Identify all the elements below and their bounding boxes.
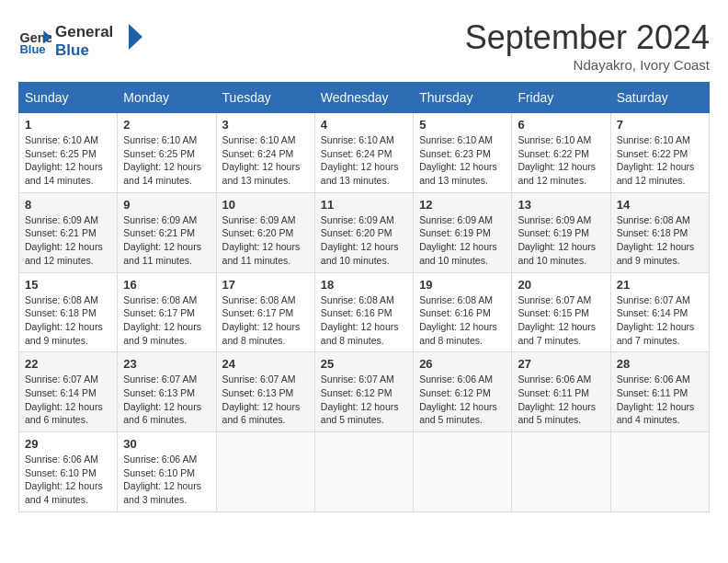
header-monday: Monday: [118, 83, 216, 113]
calendar-table: Sunday Monday Tuesday Wednesday Thursday…: [18, 82, 710, 512]
cell-content: Sunrise: 6:07 AM Sunset: 6:13 PM Dayligh…: [123, 373, 210, 427]
header-saturday: Saturday: [610, 83, 709, 113]
daylight-minutes: and 10 minutes.: [419, 255, 488, 266]
logo-icon: General Blue: [18, 24, 51, 57]
cell-content: Sunrise: 6:10 AM Sunset: 6:24 PM Dayligh…: [321, 133, 407, 188]
sunrise-label: Sunrise: 6:07 AM: [617, 294, 690, 305]
daylight-minutes: and 4 minutes.: [617, 414, 680, 425]
day-number: 5: [419, 118, 506, 132]
calendar-header-row: Sunday Monday Tuesday Wednesday Thursday…: [19, 83, 710, 113]
sunrise-label: Sunrise: 6:10 AM: [518, 134, 591, 145]
calendar-cell-4-5: [512, 432, 610, 512]
daylight-minutes: and 6 minutes.: [25, 414, 88, 425]
cell-content: Sunrise: 6:10 AM Sunset: 6:25 PM Dayligh…: [123, 133, 210, 188]
sunrise-label: Sunrise: 6:06 AM: [25, 454, 98, 465]
sunset-label: Sunset: 6:18 PM: [25, 307, 97, 318]
sunset-label: Sunset: 6:19 PM: [419, 227, 491, 238]
day-number: 23: [123, 357, 210, 371]
daylight-minutes: and 11 minutes.: [222, 255, 291, 266]
day-number: 19: [419, 278, 506, 292]
calendar-cell-4-1: 30 Sunrise: 6:06 AM Sunset: 6:10 PM Dayl…: [118, 432, 216, 512]
cell-content: Sunrise: 6:06 AM Sunset: 6:11 PM Dayligh…: [518, 373, 604, 427]
sunset-label: Sunset: 6:14 PM: [617, 307, 688, 318]
daylight-label: Daylight: 12 hours: [321, 321, 399, 332]
calendar-week-3: 22 Sunrise: 6:07 AM Sunset: 6:14 PM Dayl…: [19, 352, 710, 432]
daylight-label: Daylight: 12 hours: [222, 161, 301, 172]
daylight-minutes: and 12 minutes.: [25, 255, 94, 266]
calendar-cell-4-3: [314, 432, 413, 512]
daylight-label: Daylight: 12 hours: [25, 321, 103, 332]
calendar-cell-0-0: 1 Sunrise: 6:10 AM Sunset: 6:25 PM Dayli…: [19, 113, 118, 193]
logo-text: General Blue: [55, 18, 147, 63]
daylight-minutes: and 9 minutes.: [617, 255, 680, 266]
sunset-label: Sunset: 6:12 PM: [419, 387, 491, 398]
calendar-cell-0-4: 5 Sunrise: 6:10 AM Sunset: 6:23 PM Dayli…: [414, 113, 512, 193]
daylight-minutes: and 7 minutes.: [518, 335, 581, 346]
header-friday: Friday: [512, 83, 610, 113]
daylight-minutes: and 9 minutes.: [123, 335, 187, 346]
calendar-cell-1-1: 9 Sunrise: 6:09 AM Sunset: 6:21 PM Dayli…: [118, 192, 216, 272]
sunrise-label: Sunrise: 6:10 AM: [617, 134, 690, 145]
sunset-label: Sunset: 6:23 PM: [419, 148, 491, 159]
header-tuesday: Tuesday: [216, 83, 314, 113]
daylight-label: Daylight: 12 hours: [518, 241, 596, 252]
sunrise-label: Sunrise: 6:08 AM: [321, 294, 394, 305]
cell-content: Sunrise: 6:08 AM Sunset: 6:17 PM Dayligh…: [222, 293, 309, 348]
title-block: September 2024 Ndayakro, Ivory Coast: [465, 18, 710, 73]
sunset-label: Sunset: 6:24 PM: [222, 148, 294, 159]
sunset-label: Sunset: 6:16 PM: [419, 307, 491, 318]
cell-content: Sunrise: 6:06 AM Sunset: 6:10 PM Dayligh…: [25, 453, 111, 507]
daylight-minutes: and 8 minutes.: [321, 335, 384, 346]
daylight-label: Daylight: 12 hours: [419, 321, 497, 332]
calendar-cell-3-6: 28 Sunrise: 6:06 AM Sunset: 6:11 PM Dayl…: [610, 352, 709, 432]
daylight-minutes: and 5 minutes.: [321, 414, 384, 425]
calendar-cell-4-6: [610, 432, 709, 512]
day-number: 10: [222, 198, 309, 212]
daylight-minutes: and 5 minutes.: [518, 414, 581, 425]
calendar-cell-4-2: [216, 432, 314, 512]
day-number: 25: [321, 357, 407, 371]
sunset-label: Sunset: 6:17 PM: [123, 307, 195, 318]
day-number: 9: [123, 198, 210, 212]
daylight-minutes: and 8 minutes.: [222, 335, 286, 346]
cell-content: Sunrise: 6:07 AM Sunset: 6:12 PM Dayligh…: [321, 373, 407, 427]
sunset-label: Sunset: 6:10 PM: [123, 467, 195, 478]
sunset-label: Sunset: 6:22 PM: [518, 148, 589, 159]
sunrise-label: Sunrise: 6:07 AM: [518, 294, 591, 305]
day-number: 20: [518, 278, 604, 292]
calendar-cell-1-4: 12 Sunrise: 6:09 AM Sunset: 6:19 PM Dayl…: [414, 192, 512, 272]
cell-content: Sunrise: 6:09 AM Sunset: 6:19 PM Dayligh…: [518, 213, 604, 268]
daylight-label: Daylight: 12 hours: [518, 161, 596, 172]
day-number: 2: [123, 118, 210, 132]
daylight-label: Daylight: 12 hours: [419, 161, 497, 172]
calendar-cell-0-6: 7 Sunrise: 6:10 AM Sunset: 6:22 PM Dayli…: [610, 113, 709, 193]
calendar-cell-3-2: 24 Sunrise: 6:07 AM Sunset: 6:13 PM Dayl…: [216, 352, 314, 432]
cell-content: Sunrise: 6:06 AM Sunset: 6:10 PM Dayligh…: [123, 453, 210, 507]
day-number: 21: [617, 278, 703, 292]
sunset-label: Sunset: 6:25 PM: [123, 148, 195, 159]
cell-content: Sunrise: 6:10 AM Sunset: 6:22 PM Dayligh…: [617, 133, 703, 188]
daylight-minutes: and 6 minutes.: [222, 414, 286, 425]
daylight-label: Daylight: 12 hours: [222, 321, 301, 332]
cell-content: Sunrise: 6:10 AM Sunset: 6:25 PM Dayligh…: [25, 133, 111, 188]
sunrise-label: Sunrise: 6:09 AM: [25, 214, 98, 225]
daylight-minutes: and 14 minutes.: [25, 175, 94, 186]
sunset-label: Sunset: 6:11 PM: [518, 387, 589, 398]
sunrise-label: Sunrise: 6:08 AM: [123, 294, 197, 305]
sunset-label: Sunset: 6:17 PM: [222, 307, 294, 318]
daylight-minutes: and 11 minutes.: [123, 255, 192, 266]
calendar-week-4: 29 Sunrise: 6:06 AM Sunset: 6:10 PM Dayl…: [19, 432, 710, 512]
day-number: 27: [518, 357, 604, 371]
cell-content: Sunrise: 6:08 AM Sunset: 6:17 PM Dayligh…: [123, 293, 210, 348]
day-number: 14: [617, 198, 703, 212]
daylight-minutes: and 13 minutes.: [321, 175, 390, 186]
calendar-cell-1-2: 10 Sunrise: 6:09 AM Sunset: 6:20 PM Dayl…: [216, 192, 314, 272]
daylight-minutes: and 5 minutes.: [419, 414, 483, 425]
sunrise-label: Sunrise: 6:10 AM: [419, 134, 493, 145]
calendar-cell-2-1: 16 Sunrise: 6:08 AM Sunset: 6:17 PM Dayl…: [118, 272, 216, 352]
daylight-label: Daylight: 12 hours: [123, 241, 201, 252]
sunset-label: Sunset: 6:20 PM: [321, 227, 392, 238]
sunrise-label: Sunrise: 6:06 AM: [419, 373, 493, 385]
calendar-cell-3-5: 27 Sunrise: 6:06 AM Sunset: 6:11 PM Dayl…: [512, 352, 610, 432]
day-number: 13: [518, 198, 604, 212]
